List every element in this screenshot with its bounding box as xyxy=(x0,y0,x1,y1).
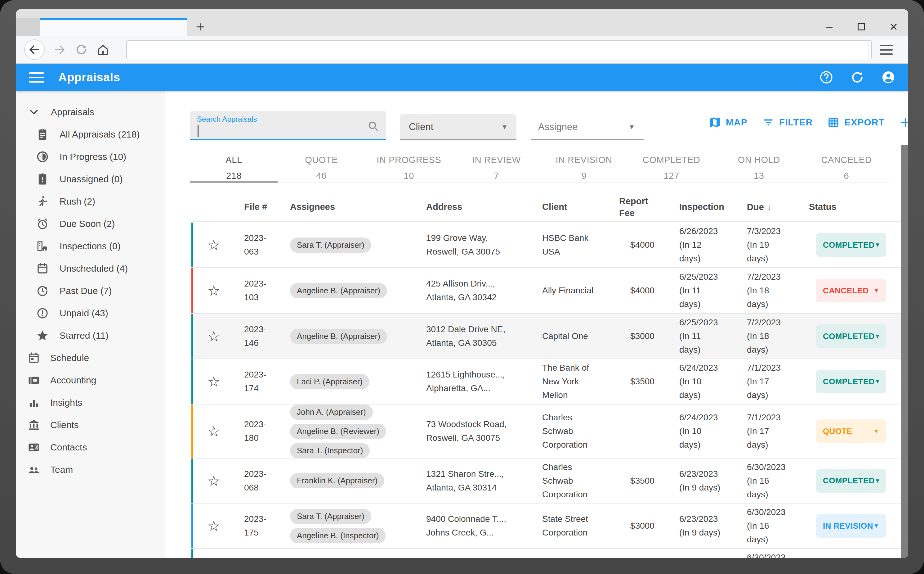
sidebar-item[interactable]: Team xyxy=(16,459,165,481)
home-icon[interactable] xyxy=(96,43,110,57)
unscheduled-icon xyxy=(36,262,49,275)
tabstrip-corner-box xyxy=(16,18,40,36)
search-input[interactable]: Search Appraisals xyxy=(190,111,386,140)
header-status[interactable]: Status xyxy=(809,202,901,212)
status-tab[interactable]: QUOTE 46 xyxy=(278,153,365,183)
status-badge[interactable]: IN REVISION ▼ xyxy=(816,514,886,538)
assignee-chip: Sara T. (Appraiser) xyxy=(290,238,371,253)
sidebar-item[interactable]: Accounting xyxy=(16,369,165,391)
browser-window: + – × Appraisals xyxy=(16,9,908,558)
vertical-scrollbar[interactable] xyxy=(901,145,908,558)
sidebar-item[interactable]: Clients xyxy=(16,414,165,436)
sidebar-item[interactable]: Insights xyxy=(16,391,165,414)
cell-due: 7/3/2023 (In 19 days) xyxy=(741,224,809,265)
sidebar-item[interactable]: Unassigned (0) xyxy=(16,168,165,190)
reload-icon[interactable] xyxy=(74,43,88,57)
status-badge[interactable]: COMPLETED ▼ xyxy=(816,233,886,257)
sidebar-item[interactable]: Past Due (7) xyxy=(16,280,165,302)
cell-assignees: Sara T. (Appraiser)Angeline B. (Inspecto… xyxy=(290,509,419,543)
sidebar-item[interactable]: Unscheduled (4) xyxy=(16,257,165,280)
tab-count: 9 xyxy=(581,171,586,181)
sidebar-item[interactable]: Inspections (0) xyxy=(16,235,165,257)
status-badge[interactable]: QUOTE ▼ xyxy=(816,419,886,443)
url-input[interactable] xyxy=(126,40,872,59)
sidebar-item[interactable]: Rush (2) xyxy=(16,190,165,213)
status-badge[interactable]: COMPLETED ▼ xyxy=(816,469,886,493)
action-button[interactable]: MAP xyxy=(709,116,748,129)
table-row[interactable]: ☆ 2023- 063 Sara T. (Appraiser) 199 Grov… xyxy=(192,222,901,268)
star-icon[interactable]: ☆ xyxy=(207,374,220,389)
star-icon[interactable]: ☆ xyxy=(207,238,220,252)
tab-count: 6 xyxy=(844,171,849,181)
maximize-button[interactable] xyxy=(854,20,869,34)
status-badge[interactable]: COMPLETED ▼ xyxy=(816,325,886,348)
table-row[interactable]: ☆ 2023- 068 Franklin K. (Appraiser) 1321… xyxy=(192,459,901,503)
star-icon[interactable]: ☆ xyxy=(207,424,220,438)
sidebar-item[interactable]: Due Soon (2) xyxy=(16,213,165,235)
action-button[interactable]: ADD xyxy=(899,116,908,129)
header-file[interactable]: File # xyxy=(234,202,282,212)
status-tab[interactable]: ALL 218 xyxy=(190,153,278,183)
sidebar-item[interactable]: Starred (11) xyxy=(16,325,165,347)
sidebar-item[interactable]: All Appraisals (218) xyxy=(16,123,165,146)
sidebar-item[interactable]: Schedule xyxy=(16,347,165,369)
tab-count: 13 xyxy=(754,171,764,181)
header-address[interactable]: Address xyxy=(419,202,537,212)
browser-tabstrip: + – × xyxy=(16,9,908,36)
star-icon[interactable]: ☆ xyxy=(207,329,220,343)
forward-icon[interactable] xyxy=(53,43,66,57)
minimize-button[interactable]: – xyxy=(822,20,836,34)
back-button[interactable] xyxy=(24,39,45,60)
cell-inspection: 6/23/2023 (In 9 days) xyxy=(677,467,741,495)
row-color-bar xyxy=(192,222,193,267)
status-tab[interactable]: IN REVISION 9 xyxy=(540,153,628,183)
star-icon[interactable]: ☆ xyxy=(207,519,220,533)
sidebar-item[interactable]: Appraisals xyxy=(16,101,165,123)
new-tab-button[interactable]: + xyxy=(190,18,212,36)
table-header: File # Assignees Address Client Report F… xyxy=(192,192,901,222)
star-icon[interactable]: ☆ xyxy=(207,284,220,298)
menu-icon[interactable] xyxy=(29,73,44,83)
status-badge[interactable]: CANCELED ▼ xyxy=(816,279,886,302)
close-button[interactable]: × xyxy=(886,20,901,34)
help-icon[interactable] xyxy=(819,70,834,85)
star-icon[interactable]: ☆ xyxy=(207,474,220,488)
table-row[interactable]: ☆ 2023- 180 John A. (Appraiser)Angeline … xyxy=(192,405,901,459)
header-inspection[interactable]: Inspection xyxy=(677,202,741,212)
action-buttons: MAP FILTER EXPORT ADD xyxy=(709,116,908,129)
table-row[interactable]: ☆ 2023- 175 Sara T. (Appraiser)Angeline … xyxy=(192,503,901,549)
client-filter-select[interactable]: Client ▼ xyxy=(400,114,517,140)
table-row[interactable]: ☆ 2023- 103 Angeline B. (Appraiser) 425 … xyxy=(192,268,901,314)
cell-report-fee: $3000 xyxy=(608,519,677,533)
cell-due: 6/30/2023 (In 16 days) xyxy=(741,551,809,558)
header-client[interactable]: Client xyxy=(537,202,608,212)
cell-file-number: 2023- 180 xyxy=(234,418,282,445)
action-button[interactable]: FILTER xyxy=(762,116,813,129)
action-button[interactable]: EXPORT xyxy=(827,116,884,129)
header-due[interactable]: Due↓ xyxy=(741,202,809,212)
status-tab[interactable]: COMPLETED 127 xyxy=(628,153,715,183)
assignee-chip: Franklin K. (Appraiser) xyxy=(290,473,384,488)
status-tab[interactable]: IN PROGRESS 10 xyxy=(365,153,453,183)
sidebar-item[interactable]: In Progress (10) xyxy=(16,146,165,168)
assignee-filter-select[interactable]: Assignee ▼ xyxy=(531,114,644,140)
refresh-icon[interactable] xyxy=(850,70,865,85)
sidebar-item-label: In Progress (10) xyxy=(16,151,126,162)
browser-tab-active[interactable] xyxy=(40,18,187,36)
table-row[interactable]: ☆ 6/30/2023 (In 16 days) ▼ xyxy=(192,549,901,558)
status-tab[interactable]: IN REVIEW 7 xyxy=(453,153,540,183)
table-row[interactable]: ☆ 2023- 146 Angeline B. (Appraiser) 3012… xyxy=(192,314,901,359)
status-tab[interactable]: ON HOLD 13 xyxy=(715,153,803,183)
header-assignees[interactable]: Assignees xyxy=(282,202,419,212)
table-row[interactable]: ☆ 2023- 174 Laci P. (Appraiser) 12615 Li… xyxy=(192,359,901,405)
chevron-down-icon: ▼ xyxy=(874,287,879,294)
browser-menu-icon[interactable] xyxy=(880,41,897,58)
status-tab[interactable]: CANCELED 6 xyxy=(803,153,890,183)
header-report-fee[interactable]: Report Fee xyxy=(608,195,677,219)
chevron-down-icon: ▼ xyxy=(875,241,881,248)
status-badge[interactable]: COMPLETED ▼ xyxy=(816,370,886,393)
sidebar-item[interactable]: Contacts xyxy=(16,436,165,459)
assignee-chip: Angeline B. (Reviewer) xyxy=(290,424,386,439)
account-icon[interactable] xyxy=(881,70,896,85)
sidebar-item[interactable]: Unpaid (43) xyxy=(16,302,165,325)
